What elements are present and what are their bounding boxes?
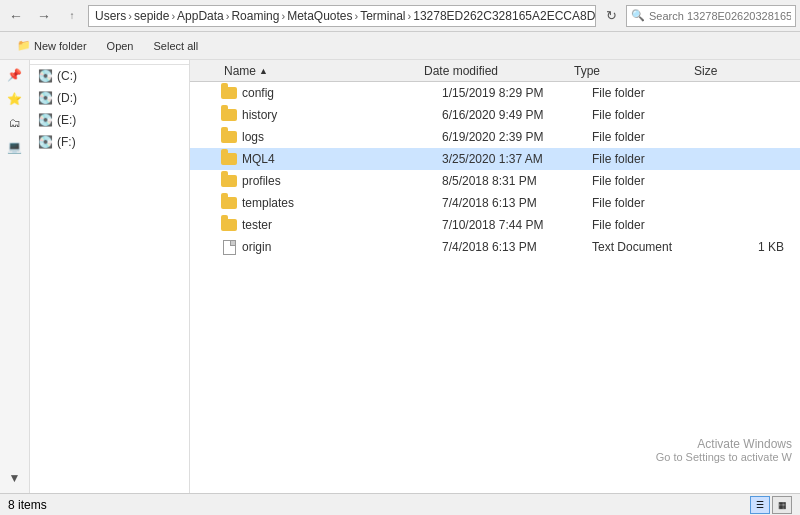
file-type: File folder bbox=[592, 174, 712, 188]
nav-pc-icon[interactable]: 💻 bbox=[4, 136, 26, 158]
file-name: origin bbox=[242, 240, 442, 254]
table-row[interactable]: templates7/4/2018 6:13 PMFile folder bbox=[190, 192, 800, 214]
nav-folder-icon[interactable]: 🗂 bbox=[4, 112, 26, 134]
file-type: File folder bbox=[592, 108, 712, 122]
sidebar-item-d-drive[interactable]: 💽 (D:) bbox=[30, 87, 189, 109]
file-rows-container: config1/15/2019 8:29 PMFile folderhistor… bbox=[190, 82, 800, 258]
select-all-button[interactable]: Select all bbox=[145, 35, 208, 57]
path-part: Roaming bbox=[231, 9, 279, 23]
folder-icon bbox=[220, 84, 238, 102]
file-type: Text Document bbox=[592, 240, 712, 254]
table-row[interactable]: logs6/19/2020 2:39 PMFile folder bbox=[190, 126, 800, 148]
search-box: 🔍 bbox=[626, 5, 796, 27]
table-row[interactable]: tester7/10/2018 7:44 PMFile folder bbox=[190, 214, 800, 236]
folder-icon bbox=[220, 172, 238, 190]
drive-icon: 💽 bbox=[38, 69, 53, 83]
file-date: 7/4/2018 6:13 PM bbox=[442, 196, 592, 210]
nav-scroll-down[interactable]: ▼ bbox=[4, 467, 26, 489]
view-details-button[interactable]: ☰ bbox=[750, 496, 770, 514]
drive-icon: 💽 bbox=[38, 91, 53, 105]
drive-icon: 💽 bbox=[38, 113, 53, 127]
search-input[interactable] bbox=[649, 10, 791, 22]
column-headers: Name ▲ Date modified Type Size bbox=[190, 60, 800, 82]
path-part: 13278ED262C328165A2ECCA8D820D4F0 bbox=[413, 9, 596, 23]
col-header-date[interactable]: Date modified bbox=[420, 60, 570, 81]
sidebar: 💽 (C:) 💽 (D:) 💽 (E:) 💽 (F:) bbox=[30, 60, 190, 493]
file-icon bbox=[220, 238, 238, 256]
file-date: 6/16/2020 9:49 PM bbox=[442, 108, 592, 122]
main-area: 📌 ⭐ 🗂 💻 ▼ 💽 (C:) 💽 (D:) 💽 (E:) 💽 (F:) bbox=[0, 60, 800, 493]
address-bar: ← → ↑ Users › sepide › AppData › Roaming… bbox=[0, 0, 800, 32]
sidebar-item-f-drive[interactable]: 💽 (F:) bbox=[30, 131, 189, 153]
folder-icon bbox=[220, 194, 238, 212]
path-part: Users bbox=[95, 9, 126, 23]
table-row[interactable]: history6/16/2020 9:49 PMFile folder bbox=[190, 104, 800, 126]
table-row[interactable]: profiles8/5/2018 8:31 PMFile folder bbox=[190, 170, 800, 192]
open-button[interactable]: Open bbox=[98, 35, 143, 57]
refresh-button[interactable]: ↻ bbox=[600, 5, 622, 27]
file-type: File folder bbox=[592, 86, 712, 100]
file-type: File folder bbox=[592, 152, 712, 166]
status-text: 8 items bbox=[8, 498, 47, 512]
col-header-type[interactable]: Type bbox=[570, 60, 690, 81]
sidebar-item-c-drive[interactable]: 💽 (C:) bbox=[30, 65, 189, 87]
file-type: File folder bbox=[592, 130, 712, 144]
file-date: 7/4/2018 6:13 PM bbox=[442, 240, 592, 254]
file-name: config bbox=[242, 86, 442, 100]
file-name: tester bbox=[242, 218, 442, 232]
file-date: 1/15/2019 8:29 PM bbox=[442, 86, 592, 100]
file-name: history bbox=[242, 108, 442, 122]
back-button[interactable]: ← bbox=[4, 4, 28, 28]
forward-button[interactable]: → bbox=[32, 4, 56, 28]
nav-pin-icon[interactable]: 📌 bbox=[4, 64, 26, 86]
table-row[interactable]: MQL43/25/2020 1:37 AMFile folder bbox=[190, 148, 800, 170]
folder-icon bbox=[220, 216, 238, 234]
view-large-icons-button[interactable]: ▦ bbox=[772, 496, 792, 514]
folder-icon bbox=[220, 150, 238, 168]
file-name: templates bbox=[242, 196, 442, 210]
file-name: MQL4 bbox=[242, 152, 442, 166]
path-part: AppData bbox=[177, 9, 224, 23]
status-bar: 8 items ☰ ▦ bbox=[0, 493, 800, 515]
table-row[interactable]: config1/15/2019 8:29 PMFile folder bbox=[190, 82, 800, 104]
file-type: File folder bbox=[592, 218, 712, 232]
left-nav: 📌 ⭐ 🗂 💻 ▼ bbox=[0, 60, 30, 493]
table-row[interactable]: origin7/4/2018 6:13 PMText Document1 KB bbox=[190, 236, 800, 258]
file-size: 1 KB bbox=[712, 240, 792, 254]
path-part: Terminal bbox=[360, 9, 405, 23]
search-icon: 🔍 bbox=[631, 9, 645, 22]
file-list: Name ▲ Date modified Type Size config1/1… bbox=[190, 60, 800, 493]
file-date: 3/25/2020 1:37 AM bbox=[442, 152, 592, 166]
file-name: profiles bbox=[242, 174, 442, 188]
path-part: sepide bbox=[134, 9, 169, 23]
nav-star-icon[interactable]: ⭐ bbox=[4, 88, 26, 110]
file-type: File folder bbox=[592, 196, 712, 210]
file-name: logs bbox=[242, 130, 442, 144]
folder-icon bbox=[220, 128, 238, 146]
path-part: MetaQuotes bbox=[287, 9, 352, 23]
toolbar: 📁 New folder Open Select all bbox=[0, 32, 800, 60]
new-folder-icon: 📁 bbox=[17, 39, 31, 52]
new-folder-button[interactable]: 📁 New folder bbox=[8, 35, 96, 57]
col-header-size[interactable]: Size bbox=[690, 60, 770, 81]
folder-icon bbox=[220, 106, 238, 124]
col-header-name[interactable]: Name ▲ bbox=[220, 60, 420, 81]
drive-icon: 💽 bbox=[38, 135, 53, 149]
file-date: 7/10/2018 7:44 PM bbox=[442, 218, 592, 232]
up-button[interactable]: ↑ bbox=[60, 4, 84, 28]
view-buttons: ☰ ▦ bbox=[750, 496, 792, 514]
sidebar-item-e-drive[interactable]: 💽 (E:) bbox=[30, 109, 189, 131]
address-path[interactable]: Users › sepide › AppData › Roaming › Met… bbox=[88, 5, 596, 27]
file-date: 8/5/2018 8:31 PM bbox=[442, 174, 592, 188]
file-date: 6/19/2020 2:39 PM bbox=[442, 130, 592, 144]
